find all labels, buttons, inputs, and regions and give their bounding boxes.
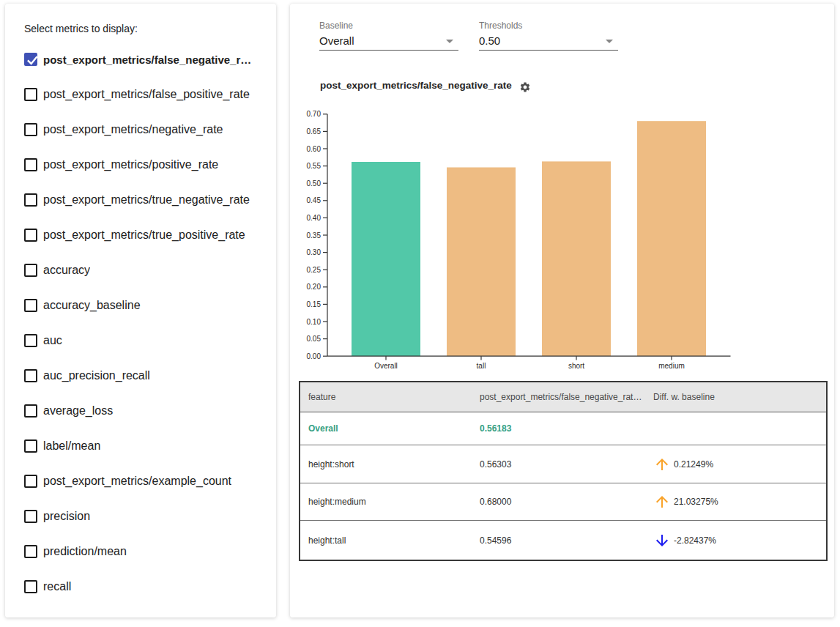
svg-text:0.55: 0.55 (307, 162, 321, 170)
svg-text:0.60: 0.60 (307, 145, 321, 153)
svg-text:0.05: 0.05 (307, 335, 321, 343)
svg-text:0.20: 0.20 (307, 283, 321, 291)
svg-text:Overall: Overall (374, 362, 398, 370)
svg-text:tall: tall (477, 362, 486, 370)
svg-text:0.00: 0.00 (307, 352, 321, 360)
svg-text:medium: medium (658, 362, 685, 370)
svg-text:0.45: 0.45 (307, 196, 321, 204)
svg-text:0.70: 0.70 (307, 110, 321, 118)
svg-text:0.25: 0.25 (307, 266, 321, 274)
svg-text:short: short (568, 362, 584, 370)
svg-text:0.65: 0.65 (307, 127, 321, 136)
svg-text:0.10: 0.10 (307, 318, 321, 326)
svg-text:0.35: 0.35 (307, 231, 321, 240)
svg-text:0.15: 0.15 (307, 300, 321, 308)
svg-text:0.50: 0.50 (307, 179, 321, 188)
svg-text:0.40: 0.40 (307, 214, 321, 222)
svg-text:0.30: 0.30 (307, 248, 321, 256)
